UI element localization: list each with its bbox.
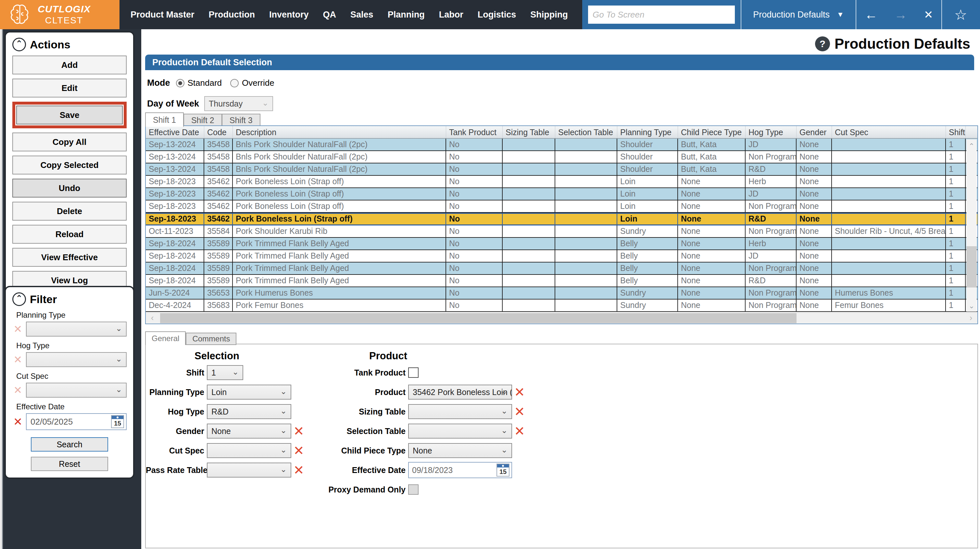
column-header-description[interactable]: Description <box>233 126 446 138</box>
gender-select[interactable]: None⌄ <box>207 424 291 439</box>
column-header-shift[interactable]: Shift <box>946 126 966 138</box>
day-of-week-select[interactable]: Thursday ⌄ <box>204 96 273 111</box>
nav-item-inventory[interactable]: Inventory <box>269 10 309 20</box>
nav-item-logistics[interactable]: Logistics <box>478 10 516 20</box>
table-row[interactable]: Sep-18-202435589Pork Trimmed Flank Belly… <box>146 250 977 262</box>
filter-select-hog-type[interactable]: ⌄ <box>26 352 127 367</box>
filter-date-input[interactable]: 02/05/202515 <box>26 413 127 430</box>
reload-button[interactable]: Reload <box>12 225 127 244</box>
column-header-child-piece-type[interactable]: Child Piece Type <box>678 126 746 138</box>
selection-table-select[interactable]: ⌄ <box>408 424 512 439</box>
clear-filter-icon[interactable]: ✕ <box>12 324 23 334</box>
calendar-icon[interactable]: 15 <box>496 464 509 477</box>
clear-field-icon[interactable]: ✕ <box>291 464 306 477</box>
column-header-cut-spec[interactable]: Cut Spec <box>832 126 946 138</box>
column-header-tank-product[interactable]: Tank Product <box>446 126 503 138</box>
nav-item-planning[interactable]: Planning <box>388 10 425 20</box>
tab-general[interactable]: General <box>145 331 186 345</box>
collapse-chevron-icon[interactable]: ⌃ <box>12 38 26 51</box>
scroll-right-icon[interactable]: › <box>964 313 977 324</box>
view-effective-button[interactable]: View Effective <box>12 248 127 267</box>
clear-field-icon[interactable]: ✕ <box>512 386 527 399</box>
hog-type-select[interactable]: R&D⌄ <box>207 404 291 419</box>
nav-item-labor[interactable]: Labor <box>439 10 463 20</box>
edit-button[interactable]: Edit <box>12 78 127 97</box>
forward-icon[interactable]: → <box>894 8 907 21</box>
table-row[interactable]: Sep-18-202435589Pork Trimmed Flank Belly… <box>146 262 977 275</box>
tab-shift-1[interactable]: Shift 1 <box>145 112 184 127</box>
planning-type-select[interactable]: Loin⌄ <box>207 385 291 400</box>
clear-filter-icon[interactable]: ✕ <box>12 416 23 427</box>
vertical-scrollbar[interactable]: ⌃ ⌄ <box>966 139 977 311</box>
back-icon[interactable]: ← <box>865 8 878 21</box>
help-icon[interactable]: ? <box>815 37 830 51</box>
horizontal-scroll-thumb[interactable] <box>160 313 797 323</box>
add-button[interactable]: Add <box>12 56 127 74</box>
table-row[interactable]: Sep-18-202435589Pork Trimmed Flank Belly… <box>146 238 977 250</box>
column-header-code[interactable]: Code <box>204 126 233 138</box>
nav-item-product-master[interactable]: Product Master <box>130 10 194 20</box>
save-button[interactable]: Save <box>16 105 123 124</box>
app-logo[interactable]: CUTLOGIX CLTEST <box>0 0 119 29</box>
sidebar-splitter[interactable] <box>0 29 3 549</box>
column-header-selection-table[interactable]: Selection Table <box>555 126 617 138</box>
tab-comments[interactable]: Comments <box>186 333 236 345</box>
vertical-scroll-thumb[interactable] <box>966 246 977 287</box>
scroll-up-icon[interactable]: ⌃ <box>966 139 977 150</box>
clear-field-icon[interactable]: ✕ <box>291 444 306 457</box>
table-row[interactable]: Oct-11-202335584Pork Shoulder Karubi Rib… <box>146 225 977 238</box>
screen-selector-dropdown[interactable]: Production Defaults ▼ <box>741 0 856 29</box>
copy-all-button[interactable]: Copy All <box>12 132 127 152</box>
column-header-hog-type[interactable]: Hog Type <box>746 126 797 138</box>
clear-filter-icon[interactable]: ✕ <box>12 354 23 365</box>
table-row[interactable]: Sep-18-202335462Pork Boneless Loin (Stra… <box>146 213 977 225</box>
pass-rate-table-select[interactable]: ⌄ <box>207 463 291 477</box>
delete-button[interactable]: Delete <box>12 202 127 220</box>
clear-filter-icon[interactable]: ✕ <box>12 385 23 395</box>
table-row[interactable]: Sep-18-202435589Pork Trimmed Flank Belly… <box>146 275 977 287</box>
mode-radio-standard[interactable]: Standard <box>176 78 222 88</box>
search-button[interactable]: Search <box>31 437 108 452</box>
clear-field-icon[interactable]: ✕ <box>291 425 306 437</box>
filter-select-planning-type[interactable]: ⌄ <box>26 322 127 337</box>
mode-radio-override[interactable]: Override <box>230 78 274 88</box>
tab-shift-3[interactable]: Shift 3 <box>222 114 261 127</box>
goto-screen-input[interactable] <box>588 6 735 24</box>
product-select[interactable]: 35462 Pork Boneless Loin (Strap off)⌄ <box>408 385 512 400</box>
favorite-star-icon[interactable]: ☆ <box>955 6 967 23</box>
shift-select[interactable]: 1⌄ <box>207 365 243 380</box>
cut-spec-select[interactable]: ⌄ <box>207 443 291 458</box>
filter-select-cut-spec[interactable]: ⌄ <box>26 383 127 397</box>
child-piece-type-select[interactable]: None⌄ <box>408 443 512 458</box>
column-header-planning-type[interactable]: Planning Type <box>617 126 678 138</box>
nav-item-production[interactable]: Production <box>209 10 255 20</box>
column-header-gender[interactable]: Gender <box>797 126 832 138</box>
reset-button[interactable]: Reset <box>31 457 108 471</box>
close-icon[interactable]: ✕ <box>924 9 933 20</box>
column-header-sizing-table[interactable]: Sizing Table <box>503 126 555 138</box>
scroll-left-icon[interactable]: ‹ <box>146 313 159 324</box>
nav-item-qa[interactable]: QA <box>323 10 336 20</box>
horizontal-scrollbar[interactable]: ‹ › <box>146 312 977 324</box>
nav-item-shipping[interactable]: Shipping <box>530 10 568 20</box>
undo-button[interactable]: Undo <box>12 179 127 198</box>
table-row[interactable]: Sep-13-202435458Bnls Pork Shoulder Natur… <box>146 151 977 163</box>
clear-field-icon[interactable]: ✕ <box>512 425 527 437</box>
tab-shift-2[interactable]: Shift 2 <box>184 114 222 127</box>
collapse-chevron-icon[interactable]: ⌃ <box>12 292 26 306</box>
table-row[interactable]: Sep-13-202435458Bnls Pork Shoulder Natur… <box>146 139 977 151</box>
table-row[interactable]: Sep-13-202435458Bnls Pork Shoulder Natur… <box>146 163 977 176</box>
effective-date-input[interactable]: 09/18/202315 <box>408 462 512 478</box>
tank-product-checkbox[interactable] <box>408 367 418 378</box>
table-row[interactable]: Sep-18-202335462Pork Boneless Loin (Stra… <box>146 176 977 188</box>
table-row[interactable]: Jun-5-202435653Pork Humerus BonesNoSundr… <box>146 287 977 300</box>
calendar-icon[interactable]: 15 <box>111 415 124 428</box>
table-row[interactable]: Sep-18-202335462Pork Boneless Loin (Stra… <box>146 200 977 213</box>
column-header-effective-date[interactable]: Effective Date <box>146 126 204 138</box>
nav-item-sales[interactable]: Sales <box>350 10 374 20</box>
sizing-table-select[interactable]: ⌄ <box>408 404 512 419</box>
copy-selected-button[interactable]: Copy Selected <box>12 156 127 174</box>
clear-field-icon[interactable]: ✕ <box>512 405 527 418</box>
table-row[interactable]: Sep-18-202335462Pork Boneless Loin (Stra… <box>146 188 977 200</box>
table-row[interactable]: Dec-4-202435683Pork Femur BonesNoSundryN… <box>146 300 977 312</box>
